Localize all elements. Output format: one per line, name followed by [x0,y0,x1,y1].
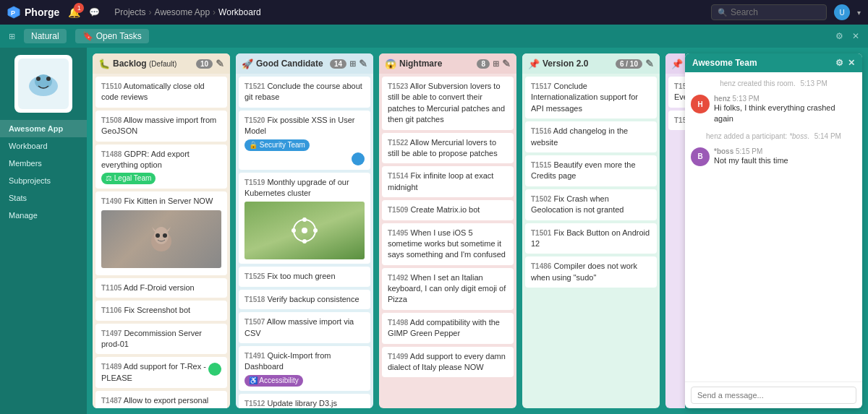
sidebar-item-stats[interactable]: Stats [0,189,87,207]
sidebar-workboard-label: Workboard [9,142,48,150]
svg-text:P: P [11,9,15,17]
card-T1522[interactable]: T1522 Allow Mercurial lovers to still be… [382,133,514,164]
card-T1508[interactable]: T1508 Allow massive import from GeoJSON [95,111,227,142]
nightmare-cards: T1523 Allor Subversion lovers to still b… [379,74,516,408]
nightmare-expand-icon[interactable]: ⊞ [493,59,499,69]
sidebar-item-awesome-app[interactable]: Awesome App [0,120,87,137]
chat-close-icon[interactable]: ✕ [848,58,855,68]
v20-title: Version 2.0 [542,59,613,69]
chat-header: Awesome Team ⚙ ✕ [685,53,862,72]
svg-point-6 [46,77,51,81]
column-nightmare: 😱 Nightmare 8 ⊞ ✎ T1523 Allor Subversion… [379,53,516,408]
card-T1500[interactable]: T1500 Complete Restyle [668,111,685,130]
sidebar-item-manage[interactable]: Manage [0,207,87,224]
card-T1502[interactable]: T1502 Fix Crash when Geolocation is not … [525,189,657,220]
card-T1509[interactable]: T1509 Create Matrix.io bot [382,200,514,220]
chat-meta-1: henz 5:13 PM [714,95,856,103]
card-T1514[interactable]: T1514 Fix infinite loop at exact midnigh… [382,166,514,197]
open-tasks-label: Open Tasks [96,31,142,41]
card-img-kitten [101,210,221,268]
good-expand-icon[interactable]: ⊞ [349,59,356,69]
v20-count: 6 / 10 [616,59,642,69]
sidebar-item-members[interactable]: Members [0,155,87,172]
nightmare-edit-icon[interactable]: ✎ [502,58,511,69]
backlog-emoji: 🐛 [98,59,110,69]
svg-point-4 [35,74,52,89]
card-T1501[interactable]: T1501 Fix Back Button on Android 12 [525,223,657,254]
svg-point-10 [163,233,167,238]
card-T1510[interactable]: T1510 Automatically close old code revie… [95,77,227,108]
good-cards: T1521 Conclude the course about git reba… [236,74,373,408]
sidebar-item-workboard[interactable]: Workboard [0,137,87,155]
card-T1515[interactable]: T1515 Beautify even more the Credits pag… [525,155,657,186]
chat-input[interactable] [691,387,856,404]
card-T1498[interactable]: T1498 Add compatibility with the GIMP Gr… [382,313,514,344]
backlog-count: 10 [196,59,213,69]
v20-emoji: 📌 [528,59,540,69]
card-T1521[interactable]: T1521 Conclude the course about git reba… [239,77,370,108]
chat-input-area [685,381,862,408]
card-T1516[interactable]: T1516 Add changelog in the website [525,121,657,152]
svg-point-9 [156,233,160,238]
card-T1105[interactable]: T1105 Add F-Droid version [95,278,227,298]
card-T1524[interactable]: T1524 ⭐⭐⭐⭐ Glitters Everywhere [668,77,685,108]
search-input[interactable] [731,7,817,17]
card-T1517[interactable]: T1517 Conclude Internationalization supp… [525,77,657,118]
breadcrumb-projects[interactable]: Projects [114,7,145,17]
column-v20-header: 📌 Version 2.0 6 / 10 ✎ [522,53,660,74]
card-T1525[interactable]: T1525 Fix too much green [239,267,370,286]
card-T1523[interactable]: T1523 Allor Subversion lovers to still b… [382,77,514,130]
top-nav: P Phorge 🔔 1 💬 Projects › Awesome App › … [0,0,868,25]
card-T1106[interactable]: T1106 Fix Screenshot bot [95,301,227,320]
v30-emoji: 📌 [671,59,683,69]
chat-avatar-henz: H [691,95,710,113]
good-emoji: 🚀 [242,59,253,69]
card-T1487[interactable]: T1487 Allow to export personal data as J… [95,391,227,408]
v30-cards: T1524 ⭐⭐⭐⭐ Glitters Everywhere T1500 Com… [665,74,685,408]
chat-messages: henz created this room. 5:13 PM H henz 5… [685,72,862,381]
good-title: Good Candidate [256,59,327,69]
sidebar-item-subprojects[interactable]: Subprojects [0,172,87,189]
close-icon[interactable]: ✕ [852,31,859,41]
card-T1497[interactable]: T1497 Decommission Server prod-01 [95,324,227,355]
sidebar-subprojects-label: Subprojects [9,176,51,185]
good-edit-icon[interactable]: ✎ [359,58,367,69]
svg-point-16 [302,228,307,233]
card-T1499[interactable]: T1499 Add support to every damn dialect … [382,347,514,378]
sidebar-stats-label: Stats [9,194,27,202]
search-bar[interactable]: 🔍 [711,4,827,20]
chat-bubble-2: *boss 5:15 PM Not my fault this time [714,147,856,166]
notifications-bell[interactable]: 🔔 1 [68,7,80,18]
main-area: Awesome App Workboard Members Subproject… [0,48,868,414]
column-v30-header: 📌 Version 3.0 2 / 10 ✎ [665,53,685,74]
card-T1488[interactable]: T1488 GDPR: Add export everything option… [95,145,227,189]
v20-edit-icon[interactable]: ✎ [645,58,654,69]
card-T1518[interactable]: T1518 Verify backup consistence [239,290,370,309]
chat-panel: Awesome Team ⚙ ✕ henz created this room.… [685,53,862,408]
avatar-dropdown[interactable]: ▾ [857,9,861,17]
card-T1519[interactable]: T1519 Monthly upgrade of our Kubernetes … [239,173,370,264]
avatar[interactable]: U [834,4,850,20]
column-backlog-header: 🐛 Backlog (Default) 10 ✎ [93,53,230,74]
card-T1512[interactable]: T1512 Update library D3.js [239,394,370,408]
chat-settings-icon[interactable]: ⚙ [835,58,843,68]
svg-point-5 [36,77,41,81]
breadcrumb-awesome-app[interactable]: Awesome App [155,7,210,17]
backlog-edit-icon[interactable]: ✎ [216,58,224,69]
card-T1489[interactable]: T1489 Add support for T-Rex - PLEASE [95,357,227,388]
open-tasks-button[interactable]: 🔖 Open Tasks [75,29,149,43]
column-good-candidate: 🚀 Good Candidate 14 ⊞ ✎ T1521 Conclude t… [236,53,373,408]
app-logo[interactable]: P Phorge [7,6,59,19]
card-T1490[interactable]: T1490 Fix Kitten in Server NOW [95,191,227,275]
natural-button[interactable]: Natural [24,29,67,43]
card-T1495[interactable]: T1495 When I use iOS 5 sometime works bu… [382,223,514,265]
card-T1520[interactable]: T1520 Fix possible XSS in User Model 🔒 S… [239,111,370,170]
chat-avatar-boss: B [691,147,710,166]
card-T1486[interactable]: T1486 Compiler does not work when using … [525,256,657,288]
column-nightmare-header: 😱 Nightmare 8 ⊞ ✎ [379,53,516,74]
settings-icon[interactable]: ⚙ [835,31,843,41]
card-T1491[interactable]: T1491 Quick-Import from Dashboard ♿ Acce… [239,346,370,391]
open-tasks-icon: 🔖 [82,31,93,41]
card-T1507[interactable]: T1507 Allow massive import via CSV [239,312,370,343]
card-T1492[interactable]: T1492 When I set an Italian keyboard, I … [382,268,514,310]
